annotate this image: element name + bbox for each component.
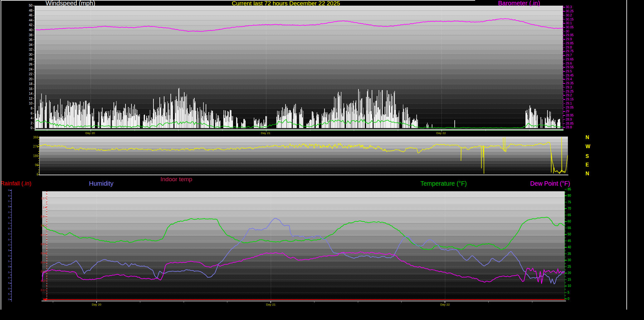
svg-text:Temperature (°F): Temperature (°F) [420, 180, 467, 187]
svg-text:Day 21: Day 21 [261, 131, 270, 135]
svg-text:5: 5 [568, 291, 569, 294]
svg-text:85: 85 [568, 188, 571, 191]
svg-text:5: 5 [8, 271, 9, 273]
svg-text:0: 0 [31, 126, 32, 130]
svg-text:20: 20 [568, 271, 571, 275]
svg-text:29.3: 29.3 [566, 86, 572, 89]
svg-text:Day 20: Day 20 [85, 131, 95, 135]
svg-text:0: 0 [8, 255, 9, 257]
svg-text:2: 2 [31, 121, 32, 125]
svg-text:29.9: 29.9 [566, 37, 572, 41]
svg-text:5: 5 [8, 239, 9, 241]
svg-text:E: E [586, 162, 589, 167]
svg-text:10: 10 [568, 284, 571, 288]
svg-text:36: 36 [29, 38, 33, 42]
svg-text:28.8: 28.8 [566, 126, 572, 129]
svg-text:34: 34 [29, 43, 33, 47]
svg-text:26: 26 [29, 63, 33, 66]
svg-text:S: S [586, 154, 589, 159]
svg-text:50: 50 [568, 233, 571, 236]
svg-text:29.85: 29.85 [566, 42, 574, 45]
svg-text:28.9: 28.9 [566, 118, 572, 121]
svg-text:29.95: 29.95 [566, 33, 574, 37]
svg-text:29.5: 29.5 [566, 70, 572, 73]
svg-text:10: 10 [29, 102, 33, 105]
svg-text:Indoor temp: Indoor temp [160, 176, 192, 182]
svg-text:29: 29 [566, 109, 569, 113]
svg-text:30: 30 [566, 30, 569, 33]
svg-text:0.6: 0.6 [41, 243, 45, 246]
svg-text:45: 45 [568, 239, 571, 243]
svg-text:30.3: 30.3 [566, 5, 572, 9]
svg-text:Day 22: Day 22 [440, 303, 450, 306]
svg-text:22: 22 [29, 72, 33, 76]
svg-text:30.05: 30.05 [566, 25, 574, 29]
svg-text:75: 75 [568, 200, 571, 204]
svg-text:0: 0 [8, 200, 9, 202]
svg-text:0.2: 0.2 [41, 279, 45, 283]
svg-text:Rainfall (.in): Rainfall (.in) [0, 180, 31, 187]
svg-text:60: 60 [568, 220, 571, 223]
svg-text:0.5: 0.5 [41, 252, 45, 255]
svg-text:90: 90 [35, 163, 39, 167]
svg-text:270: 270 [33, 145, 38, 148]
svg-text:29.55: 29.55 [566, 65, 574, 69]
svg-text:55: 55 [568, 226, 571, 230]
svg-text:Windspeed (mph): Windspeed (mph) [46, 0, 95, 7]
svg-text:8: 8 [31, 107, 32, 110]
svg-text:0: 0 [8, 211, 9, 213]
svg-text:65: 65 [568, 213, 571, 217]
svg-text:38: 38 [29, 33, 33, 37]
svg-text:29.2: 29.2 [566, 93, 572, 97]
svg-text:30.2: 30.2 [566, 14, 572, 17]
svg-text:28.85: 28.85 [566, 122, 574, 125]
svg-text:30: 30 [568, 258, 571, 262]
svg-text:5: 5 [8, 260, 9, 262]
svg-text:5: 5 [8, 195, 9, 197]
svg-text:30.25: 30.25 [566, 9, 574, 13]
svg-text:0: 0 [8, 298, 9, 300]
svg-text:Barometer (.in): Barometer (.in) [498, 0, 540, 7]
svg-text:Day 22: Day 22 [436, 131, 446, 135]
svg-text:29.7: 29.7 [566, 53, 572, 57]
svg-text:29.15: 29.15 [566, 98, 574, 101]
svg-text:29.6: 29.6 [566, 62, 572, 65]
svg-text:29.25: 29.25 [566, 90, 574, 93]
svg-text:40: 40 [29, 28, 33, 32]
svg-text:25: 25 [568, 265, 571, 268]
svg-text:24: 24 [29, 68, 33, 71]
svg-text:12: 12 [29, 97, 33, 100]
svg-text:0.8: 0.8 [41, 224, 45, 227]
svg-text:40: 40 [568, 245, 571, 249]
svg-text:1: 1 [43, 206, 45, 209]
svg-text:0: 0 [568, 297, 569, 300]
svg-text:Dew Point (°F): Dew Point (°F) [530, 180, 570, 187]
svg-text:14: 14 [29, 92, 33, 95]
svg-text:Day 21: Day 21 [266, 303, 275, 306]
svg-text:N: N [586, 135, 589, 140]
svg-text:29.75: 29.75 [566, 49, 574, 53]
svg-text:46: 46 [29, 14, 33, 17]
svg-text:N: N [586, 171, 589, 176]
svg-text:29.4: 29.4 [566, 77, 572, 81]
svg-text:Day 20: Day 20 [92, 303, 101, 306]
svg-text:360: 360 [33, 136, 38, 139]
svg-text:29.05: 29.05 [566, 106, 574, 109]
svg-text:16: 16 [29, 87, 33, 91]
svg-text:5: 5 [8, 293, 9, 295]
svg-text:0: 0 [8, 277, 9, 279]
svg-text:0: 0 [8, 244, 9, 246]
svg-text:0: 0 [8, 222, 9, 224]
svg-text:29.45: 29.45 [566, 74, 574, 77]
svg-text:44: 44 [29, 19, 33, 22]
svg-text:30: 30 [29, 53, 33, 56]
svg-text:0.4: 0.4 [41, 261, 45, 264]
svg-text:0: 0 [8, 288, 9, 290]
svg-text:15: 15 [568, 278, 571, 281]
svg-text:29.35: 29.35 [566, 81, 574, 85]
svg-text:0: 0 [8, 189, 9, 191]
svg-text:0.1: 0.1 [41, 289, 45, 292]
svg-text:0.3: 0.3 [41, 270, 45, 273]
svg-text:42: 42 [29, 23, 33, 27]
svg-text:30.1: 30.1 [566, 21, 572, 25]
